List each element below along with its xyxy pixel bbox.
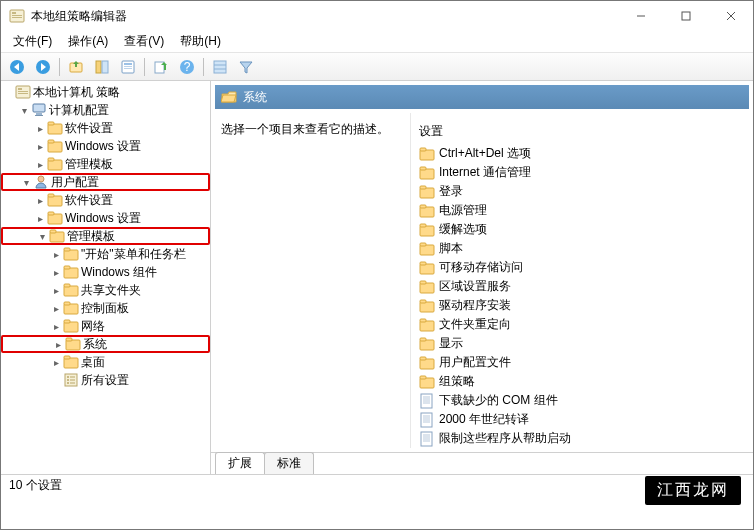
tree-label: Windows 组件 bbox=[79, 264, 159, 281]
list-item[interactable]: 用户配置文件 bbox=[413, 353, 747, 372]
filter-button[interactable] bbox=[234, 56, 258, 78]
tree-item[interactable]: "开始"菜单和任务栏 bbox=[1, 245, 210, 263]
list-item[interactable]: Internet 通信管理 bbox=[413, 163, 747, 182]
list-column-header[interactable]: 设置 bbox=[413, 119, 747, 144]
expand-icon[interactable] bbox=[49, 285, 63, 296]
list-item[interactable]: 显示 bbox=[413, 334, 747, 353]
folder-icon bbox=[47, 138, 63, 154]
tree-item[interactable]: 软件设置 bbox=[1, 191, 210, 209]
setting-icon bbox=[419, 412, 435, 428]
folder-icon bbox=[419, 165, 435, 181]
tree-item[interactable]: Windows 设置 bbox=[1, 209, 210, 227]
forward-button[interactable] bbox=[31, 56, 55, 78]
tree-label: "开始"菜单和任务栏 bbox=[79, 246, 188, 263]
folder-icon bbox=[419, 203, 435, 219]
list-item[interactable]: 组策略 bbox=[413, 372, 747, 391]
up-button[interactable] bbox=[64, 56, 88, 78]
expand-icon[interactable] bbox=[17, 105, 31, 116]
tree-label: 桌面 bbox=[79, 354, 107, 371]
list-item[interactable]: 登录 bbox=[413, 182, 747, 201]
toolbar-separator bbox=[144, 58, 145, 76]
settings-list[interactable]: 设置 Ctrl+Alt+Del 选项Internet 通信管理登录电源管理缓解选… bbox=[411, 113, 749, 448]
tree-label: 软件设置 bbox=[63, 120, 115, 137]
tree-label: 控制面板 bbox=[79, 300, 131, 317]
toolbar-separator bbox=[59, 58, 60, 76]
expand-icon[interactable] bbox=[49, 249, 63, 260]
menu-view[interactable]: 查看(V) bbox=[116, 31, 172, 52]
folder-icon bbox=[419, 222, 435, 238]
list-item[interactable]: 2000 年世纪转译 bbox=[413, 410, 747, 429]
menu-action[interactable]: 操作(A) bbox=[60, 31, 116, 52]
tab-standard[interactable]: 标准 bbox=[264, 452, 314, 474]
list-item[interactable]: 可移动存储访问 bbox=[413, 258, 747, 277]
tree-item[interactable]: 网络 bbox=[1, 317, 210, 335]
folder-icon bbox=[47, 156, 63, 172]
tree-label: 共享文件夹 bbox=[79, 282, 143, 299]
content-area: 本地计算机 策略 计算机配置 软件设置 Windows 设置 管理模板 用户配置… bbox=[1, 81, 753, 474]
expand-icon[interactable] bbox=[49, 303, 63, 314]
expand-icon[interactable] bbox=[49, 357, 63, 368]
list-item-label: 下载缺少的 COM 组件 bbox=[439, 392, 558, 409]
tree-label: 管理模板 bbox=[63, 156, 115, 173]
list-item-label: 用户配置文件 bbox=[439, 354, 511, 371]
tree-item[interactable]: Windows 组件 bbox=[1, 263, 210, 281]
tree-admin-templates[interactable]: 管理模板 bbox=[1, 227, 210, 245]
tree-item[interactable]: 管理模板 bbox=[1, 155, 210, 173]
watermark: 江西龙网 bbox=[645, 476, 741, 505]
tree-all-settings[interactable]: 所有设置 bbox=[1, 371, 210, 389]
view-list-button[interactable] bbox=[208, 56, 232, 78]
tree-label: 用户配置 bbox=[49, 174, 101, 191]
tree-item[interactable]: 软件设置 bbox=[1, 119, 210, 137]
tree-root[interactable]: 本地计算机 策略 bbox=[1, 83, 210, 101]
description-prompt: 选择一个项目来查看它的描述。 bbox=[221, 121, 404, 138]
tree-item[interactable]: 桌面 bbox=[1, 353, 210, 371]
menu-file[interactable]: 文件(F) bbox=[5, 31, 60, 52]
expand-icon[interactable] bbox=[19, 177, 33, 188]
list-item[interactable]: Ctrl+Alt+Del 选项 bbox=[413, 144, 747, 163]
close-button[interactable] bbox=[708, 1, 753, 31]
show-hide-tree-button[interactable] bbox=[90, 56, 114, 78]
tree-computer-config[interactable]: 计算机配置 bbox=[1, 101, 210, 119]
back-button[interactable] bbox=[5, 56, 29, 78]
folder-icon bbox=[63, 318, 79, 334]
tree-system[interactable]: 系统 bbox=[1, 335, 210, 353]
expand-icon[interactable] bbox=[33, 195, 47, 206]
list-item-label: 限制这些程序从帮助启动 bbox=[439, 430, 571, 447]
list-item[interactable]: 驱动程序安装 bbox=[413, 296, 747, 315]
tree-item[interactable]: 控制面板 bbox=[1, 299, 210, 317]
list-item[interactable]: 下载缺少的 COM 组件 bbox=[413, 391, 747, 410]
list-item-label: 组策略 bbox=[439, 373, 475, 390]
properties-button[interactable] bbox=[116, 56, 140, 78]
list-item[interactable]: 缓解选项 bbox=[413, 220, 747, 239]
export-button[interactable] bbox=[149, 56, 173, 78]
list-item[interactable]: 区域设置服务 bbox=[413, 277, 747, 296]
app-icon bbox=[9, 8, 25, 24]
content-header: 系统 bbox=[215, 85, 749, 109]
expand-icon[interactable] bbox=[35, 231, 49, 242]
tree-item[interactable]: Windows 设置 bbox=[1, 137, 210, 155]
minimize-button[interactable] bbox=[618, 1, 663, 31]
expand-icon[interactable] bbox=[51, 339, 65, 350]
maximize-button[interactable] bbox=[663, 1, 708, 31]
list-item[interactable]: 文件夹重定向 bbox=[413, 315, 747, 334]
expand-icon[interactable] bbox=[49, 267, 63, 278]
window-buttons bbox=[618, 1, 753, 31]
expand-icon[interactable] bbox=[33, 159, 47, 170]
expand-icon[interactable] bbox=[33, 213, 47, 224]
menu-help[interactable]: 帮助(H) bbox=[172, 31, 229, 52]
content-header-title: 系统 bbox=[243, 89, 267, 106]
tree-pane[interactable]: 本地计算机 策略 计算机配置 软件设置 Windows 设置 管理模板 用户配置… bbox=[1, 81, 211, 474]
tree-user-config[interactable]: 用户配置 bbox=[1, 173, 210, 191]
list-item[interactable]: 限制这些程序从帮助启动 bbox=[413, 429, 747, 448]
tab-extended[interactable]: 扩展 bbox=[215, 452, 265, 474]
list-item-label: 驱动程序安装 bbox=[439, 297, 511, 314]
computer-icon bbox=[31, 102, 47, 118]
expand-icon[interactable] bbox=[33, 141, 47, 152]
expand-icon[interactable] bbox=[33, 123, 47, 134]
folder-icon bbox=[419, 241, 435, 257]
help-button[interactable] bbox=[175, 56, 199, 78]
expand-icon[interactable] bbox=[49, 321, 63, 332]
list-item[interactable]: 脚本 bbox=[413, 239, 747, 258]
list-item[interactable]: 电源管理 bbox=[413, 201, 747, 220]
tree-item[interactable]: 共享文件夹 bbox=[1, 281, 210, 299]
